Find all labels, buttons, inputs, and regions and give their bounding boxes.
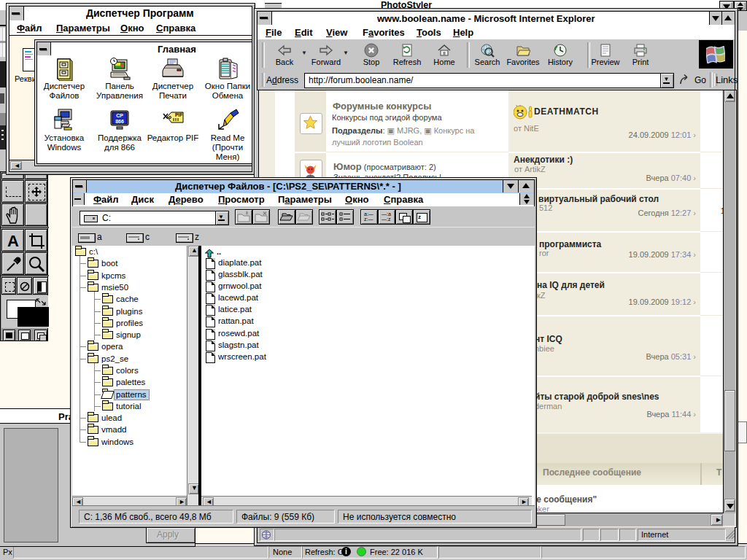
svg-text:PIF: PIF [175, 112, 182, 117]
svg-text:CP: CP [116, 113, 123, 118]
svg-text:866: 866 [115, 119, 124, 124]
